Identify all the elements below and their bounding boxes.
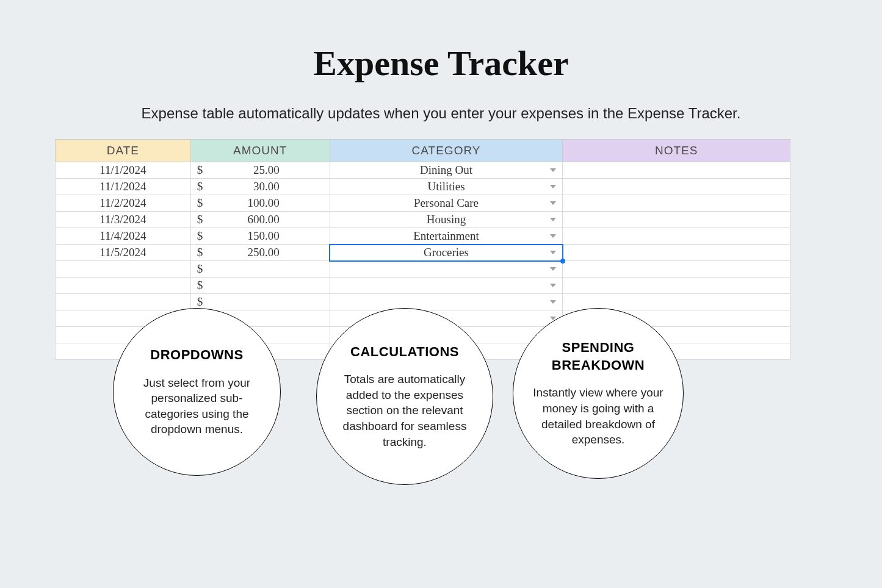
amount-cell[interactable]: $25.00 [190, 162, 330, 179]
callout-title: CALCULATIONS [350, 343, 459, 361]
dollar-sign: $ [197, 163, 203, 177]
date-cell[interactable]: 11/3/2024 [56, 212, 191, 228]
date-cell[interactable] [56, 261, 191, 278]
header-date[interactable]: DATE [56, 140, 191, 162]
table-row: 11/5/2024$250.00Groceries [56, 245, 790, 261]
callout-title: DROPDOWNS [150, 346, 243, 364]
category-cell[interactable] [330, 261, 563, 278]
callout-calculations: CALCULATIONS Totals are automatically ad… [316, 308, 493, 485]
dollar-sign: $ [197, 262, 203, 276]
date-cell[interactable]: 11/4/2024 [56, 228, 191, 245]
dollar-sign: $ [197, 229, 203, 243]
amount-value: 150.00 [197, 229, 280, 243]
notes-cell[interactable] [563, 228, 790, 245]
amount-value: 250.00 [197, 246, 280, 259]
header-category[interactable]: CATEGORY [330, 140, 563, 162]
dollar-sign: $ [197, 246, 203, 259]
callout-body: Totals are automatically added to the ex… [335, 371, 474, 450]
table-row: 11/3/2024$600.00Housing [56, 212, 790, 228]
amount-value: 600.00 [197, 213, 280, 226]
category-cell[interactable]: Housing [330, 212, 563, 228]
table-row: 11/1/2024$30.00Utilities [56, 179, 790, 195]
table-row: $ [56, 261, 790, 278]
dollar-sign: $ [197, 180, 203, 193]
table-row: 11/4/2024$150.00Entertainment [56, 228, 790, 245]
category-value: Personal Care [414, 196, 479, 209]
chevron-down-icon[interactable] [550, 300, 556, 304]
subtitle: Expense table automatically updates when… [0, 105, 882, 122]
date-cell[interactable]: 11/1/2024 [56, 162, 191, 179]
amount-cell[interactable]: $600.00 [190, 212, 330, 228]
notes-cell[interactable] [563, 195, 790, 212]
page-title: Expense Tracker [0, 43, 882, 84]
category-value: Dining Out [420, 163, 472, 176]
category-cell[interactable] [330, 294, 563, 310]
amount-cell[interactable]: $ [190, 261, 330, 278]
date-cell[interactable] [56, 294, 191, 310]
category-cell[interactable]: Utilities [330, 179, 563, 195]
category-cell[interactable]: Personal Care [330, 195, 563, 212]
amount-value: 25.00 [197, 163, 280, 177]
table-row: 11/2/2024$100.00Personal Care [56, 195, 790, 212]
chevron-down-icon[interactable] [550, 201, 556, 205]
callout-dropdowns: DROPDOWNS Just select from your personal… [113, 308, 281, 476]
chevron-down-icon[interactable] [550, 168, 556, 172]
table-row: $ [56, 294, 790, 310]
amount-cell[interactable]: $ [190, 278, 330, 294]
callout-title: SPENDING BREAKDOWN [532, 339, 665, 374]
chevron-down-icon[interactable] [550, 267, 556, 271]
date-cell[interactable] [56, 278, 191, 294]
callout-body: Instantly view where your money is going… [532, 385, 665, 448]
category-cell[interactable] [330, 278, 563, 294]
dollar-sign: $ [197, 279, 203, 292]
table-row: 11/1/2024$25.00Dining Out [56, 162, 790, 179]
header-amount[interactable]: AMOUNT [190, 140, 330, 162]
chevron-down-icon[interactable] [550, 234, 556, 238]
category-cell[interactable]: Groceries [330, 245, 563, 261]
category-value: Housing [427, 213, 466, 226]
date-cell[interactable]: 11/1/2024 [56, 179, 191, 195]
amount-cell[interactable]: $250.00 [190, 245, 330, 261]
category-cell[interactable]: Entertainment [330, 228, 563, 245]
table-row: $ [56, 278, 790, 294]
dollar-sign: $ [197, 213, 203, 226]
chevron-down-icon[interactable] [550, 185, 556, 188]
notes-cell[interactable] [563, 179, 790, 195]
category-value: Groceries [424, 246, 469, 259]
category-value: Utilities [427, 180, 464, 193]
chevron-down-icon[interactable] [550, 218, 556, 221]
amount-value: 30.00 [197, 180, 280, 193]
dollar-sign: $ [197, 295, 203, 309]
amount-value: 100.00 [197, 196, 280, 210]
notes-cell[interactable] [563, 261, 790, 278]
notes-cell[interactable] [563, 278, 790, 294]
date-cell[interactable]: 11/5/2024 [56, 245, 191, 261]
amount-cell[interactable]: $100.00 [190, 195, 330, 212]
callout-spending-breakdown: SPENDING BREAKDOWN Instantly view where … [513, 308, 684, 479]
callout-body: Just select from your personalized sub-c… [132, 375, 262, 438]
amount-cell[interactable]: $150.00 [190, 228, 330, 245]
chevron-down-icon[interactable] [550, 251, 556, 254]
date-cell[interactable]: 11/2/2024 [56, 195, 191, 212]
chevron-down-icon[interactable] [550, 284, 556, 287]
category-value: Entertainment [413, 229, 479, 242]
amount-cell[interactable]: $30.00 [190, 179, 330, 195]
dollar-sign: $ [197, 196, 203, 210]
notes-cell[interactable] [563, 162, 790, 179]
notes-cell[interactable] [563, 212, 790, 228]
category-cell[interactable]: Dining Out [330, 162, 563, 179]
notes-cell[interactable] [563, 245, 790, 261]
header-notes[interactable]: NOTES [563, 140, 790, 162]
amount-cell[interactable]: $ [190, 294, 330, 310]
